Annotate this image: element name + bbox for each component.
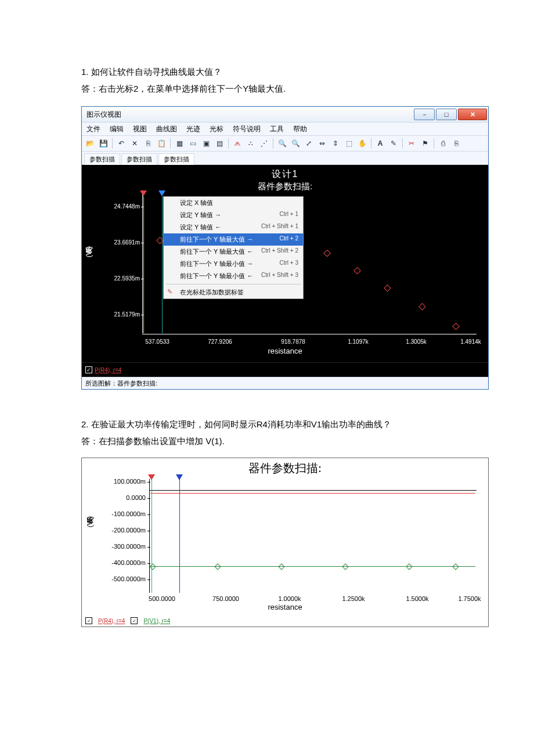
maximize-button[interactable]: □ xyxy=(436,109,457,120)
clipboard-icon[interactable]: ⎘ xyxy=(450,138,462,149)
x-axis-label: resistance xyxy=(82,347,488,355)
x-tick: 1.0000k xyxy=(278,595,301,602)
ctx-goto-ymax-next[interactable]: 前往下一个 Y 轴最大值 →Ctrl + 2 xyxy=(164,233,303,246)
points-icon[interactable]: ∴ xyxy=(245,138,257,149)
data-point xyxy=(214,563,221,570)
delete-icon[interactable]: ✕ xyxy=(129,138,140,149)
zoom-x-icon[interactable]: ⇔ xyxy=(316,138,328,149)
chart-title: 器件参数扫描: xyxy=(82,460,488,476)
menu-tools[interactable]: 工具 xyxy=(268,124,286,134)
zoom-y-icon[interactable]: ⇕ xyxy=(330,138,341,149)
text-icon[interactable]: A xyxy=(374,138,386,149)
undo-icon[interactable]: ↶ xyxy=(116,138,127,149)
y-tick: 22.5935m xyxy=(105,275,140,282)
ctx-goto-ymin-prev[interactable]: 前往下一个 Y 轴最小值 ←Ctrl + Shift + 3 xyxy=(164,270,303,282)
pan-icon[interactable]: ✋ xyxy=(356,138,368,149)
statusbar: 所选图解：器件参数扫描: xyxy=(82,377,488,389)
x-tick: 1.3005k xyxy=(406,339,427,345)
y-tick: -500.0000m xyxy=(99,575,146,582)
data-point xyxy=(342,563,348,570)
legend-icon[interactable]: ▭ xyxy=(187,138,199,149)
open-icon[interactable]: 📂 xyxy=(84,138,96,149)
cursor1-icon[interactable]: ▣ xyxy=(200,138,212,149)
menu-edit[interactable]: 编辑 xyxy=(107,124,126,134)
tab-3[interactable]: 参数扫描 xyxy=(158,153,194,165)
x-tick: 750.0000 xyxy=(212,595,239,602)
menu-cursor[interactable]: 光标 xyxy=(207,124,226,134)
x-tick: 1.1097k xyxy=(348,339,369,345)
x-tick: 1.2500k xyxy=(342,595,365,602)
x-tick: 1.7500k xyxy=(458,595,481,602)
measure-icon[interactable]: ✂ xyxy=(406,138,417,149)
legend-checkbox[interactable]: ✓ xyxy=(85,617,92,624)
copy-icon[interactable]: ⎘ xyxy=(142,138,154,149)
tab-strip: 参数扫描 参数扫描 参数扫描 xyxy=(82,152,488,165)
annotate-icon[interactable]: ✎ xyxy=(388,138,399,149)
data-point xyxy=(384,285,391,292)
legend-series-v1: P(V1), r=4 xyxy=(143,618,170,624)
ctx-set-x[interactable]: 设定 X 轴值 xyxy=(164,197,303,209)
cursor-2-icon[interactable] xyxy=(158,190,165,196)
x-tick: 537.0533 xyxy=(145,339,169,345)
cursor2-icon[interactable]: ▤ xyxy=(214,138,225,149)
zoom-in-icon[interactable]: 🔍 xyxy=(276,138,288,149)
cursor-1-icon[interactable] xyxy=(140,190,147,196)
legend-series-r4: P(R4), r=4 xyxy=(98,618,125,624)
app-window: 图示仪视图 － □ ✕ 文件 编辑 视图 曲线图 光迹 光标 符号说明 工具 帮… xyxy=(81,106,489,390)
separator xyxy=(166,284,301,285)
y-tick: 21.5179m xyxy=(105,311,140,318)
status-text: 所选图解：器件参数扫描: xyxy=(85,379,157,388)
scatter-icon[interactable]: ⋰ xyxy=(258,138,270,149)
data-point xyxy=(149,563,156,570)
tab-1[interactable]: 参数扫描 xyxy=(84,153,120,165)
y-tick: -200.0000m xyxy=(99,527,146,534)
grid-icon[interactable]: ▦ xyxy=(174,138,185,149)
paste-icon[interactable]: 📋 xyxy=(156,138,167,149)
titlebar: 图示仪视图 － □ ✕ xyxy=(82,107,488,123)
data-point xyxy=(452,323,460,330)
plot-area[interactable]: 设计1 器件参数扫描: 功率 (W) 24.7448m 23.6691m 22.… xyxy=(82,165,488,362)
menu-plot[interactable]: 曲线图 xyxy=(154,124,179,134)
ctx-add-label[interactable]: ✎在光标处添加数据标签 xyxy=(164,286,303,298)
menu-legend[interactable]: 符号说明 xyxy=(230,124,263,134)
ctx-set-y-next[interactable]: 设定 Y 轴值 →Ctrl + 1 xyxy=(164,209,303,221)
menubar: 文件 编辑 视图 曲线图 光迹 光标 符号说明 工具 帮助 xyxy=(82,123,488,136)
y-tick: 24.7448m xyxy=(105,203,140,210)
legend-checkbox[interactable]: ✓ xyxy=(131,617,138,624)
x-tick: 727.9206 xyxy=(208,339,232,345)
marker-icon[interactable]: ⩕ xyxy=(232,138,243,149)
y-axis-label: 功率 (W) xyxy=(84,246,94,260)
zoom-out-icon[interactable]: 🔍 xyxy=(290,138,301,149)
minimize-button[interactable]: － xyxy=(414,109,435,120)
ctx-goto-ymin-next[interactable]: 前往下一个 Y 轴最小值 →Ctrl + 3 xyxy=(164,258,303,270)
cursor-1-line[interactable] xyxy=(143,196,144,333)
menu-file[interactable]: 文件 xyxy=(84,124,103,134)
y-axis xyxy=(142,194,143,333)
menu-view[interactable]: 视图 xyxy=(131,124,149,134)
data-point xyxy=(406,563,412,570)
legend-checkbox[interactable]: ✓ xyxy=(85,366,92,373)
data-point xyxy=(278,563,284,570)
cursor-1-line[interactable] xyxy=(151,476,152,593)
y-tick: -400.0000m xyxy=(99,559,146,566)
export-icon[interactable]: ⎙ xyxy=(437,138,449,149)
menu-trace[interactable]: 光迹 xyxy=(184,124,203,134)
window-title: 图示仪视图 xyxy=(86,110,121,120)
zoom-fit-icon[interactable]: ⤢ xyxy=(303,138,315,149)
ctx-set-y-prev[interactable]: 设定 Y 轴值 ←Ctrl + Shift + 1 xyxy=(164,221,303,233)
menu-help[interactable]: 帮助 xyxy=(291,124,309,134)
cursor-2-line[interactable] xyxy=(162,196,163,333)
q1-question: 1. 如何让软件自动寻找曲线最大值？ xyxy=(81,64,464,81)
x-tick: 500.0000 xyxy=(149,595,175,602)
tab-2[interactable]: 参数扫描 xyxy=(121,153,157,165)
y-axis-label: 功率 (W) xyxy=(85,516,95,530)
legend: ✓ P(R4), r=4 xyxy=(82,362,488,377)
close-button[interactable]: ✕ xyxy=(458,109,487,120)
flag-icon[interactable]: ⚑ xyxy=(419,138,431,149)
save-icon[interactable]: 💾 xyxy=(98,138,109,149)
cursor-2-line[interactable] xyxy=(179,476,180,593)
legend: ✓ P(R4), r=4 ✓ P(V1), r=4 xyxy=(85,617,170,624)
y-axis xyxy=(149,479,150,593)
zoom-area-icon[interactable]: ⬚ xyxy=(343,138,355,149)
ctx-goto-ymax-prev[interactable]: 前往下一个 Y 轴最大值 ←Ctrl + Shift + 2 xyxy=(164,246,303,258)
